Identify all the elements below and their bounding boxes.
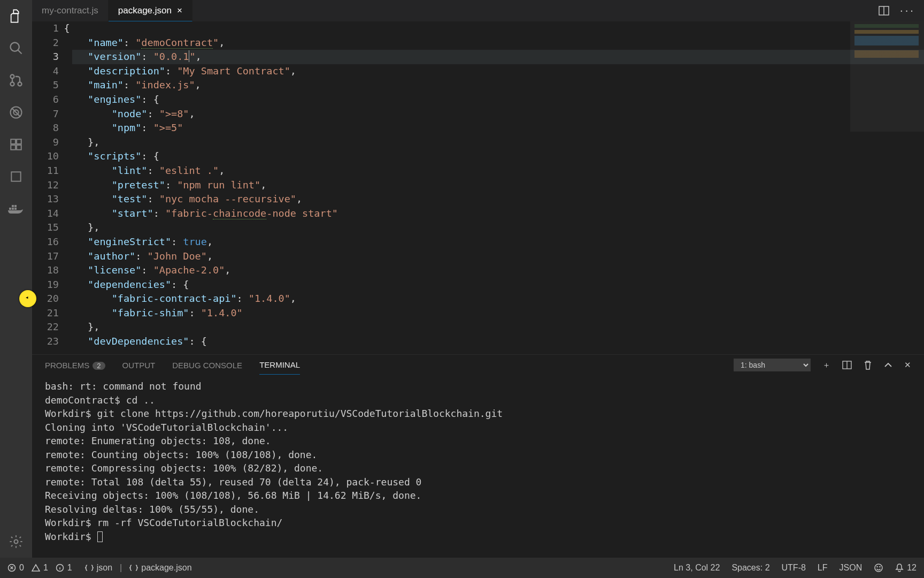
code-line[interactable]: "name": "demoContract", (72, 36, 924, 50)
code-line[interactable]: "pretest": "npm run lint", (72, 178, 924, 193)
code-line[interactable]: "author": "John Doe", (72, 249, 924, 264)
svg-point-0 (11, 43, 19, 51)
svg-rect-7 (17, 139, 21, 144)
tab-my-contract[interactable]: my-contract.js (32, 0, 109, 21)
tab-package-json[interactable]: package.json× (109, 0, 192, 21)
code-line[interactable]: "lint": "eslint .", (72, 164, 924, 178)
status-indentation[interactable]: Spaces: 2 (732, 563, 769, 573)
code-line[interactable]: "devDependencies": { (72, 334, 924, 349)
svg-rect-6 (11, 139, 16, 144)
code-line[interactable]: "dependencies": { (72, 278, 924, 292)
code-line[interactable]: "test": "nyc mocha --recursive", (72, 192, 924, 207)
svg-rect-14 (12, 205, 14, 207)
settings-gear-icon[interactable] (0, 526, 32, 558)
terminal-selector[interactable]: 1: bash (734, 359, 811, 371)
code-editor[interactable]: 1234567891011121314151617181920212223 { … (32, 21, 924, 354)
split-editor-icon[interactable] (879, 6, 889, 16)
code-line[interactable]: "main": "index.js", (72, 78, 924, 93)
source-control-icon[interactable] (0, 64, 32, 96)
status-cursor-position[interactable]: Ln 3, Col 22 (674, 563, 720, 573)
tab-label: my-contract.js (42, 5, 98, 16)
panel-tabs: PROBLEMS2 OUTPUT DEBUG CONSOLE TERMINAL … (32, 355, 924, 375)
svg-rect-12 (12, 208, 14, 210)
docker-icon[interactable] (0, 193, 32, 225)
feedback-icon[interactable] (874, 563, 883, 573)
svg-point-3 (11, 82, 14, 86)
tab-debug-console[interactable]: DEBUG CONSOLE (172, 356, 242, 375)
code-content[interactable]: { "name": "demoContract", "version": "0.… (72, 21, 924, 349)
status-lang-json[interactable]: json (85, 563, 112, 573)
kill-terminal-icon[interactable] (864, 360, 872, 370)
code-line[interactable]: "fabric-shim": "1.4.0" (72, 306, 924, 321)
debug-icon[interactable] (0, 96, 32, 128)
blockchain-icon[interactable] (0, 161, 32, 193)
tab-output[interactable]: OUTPUT (122, 356, 156, 375)
tab-actions: ··· (869, 0, 924, 21)
svg-point-1 (11, 75, 14, 79)
close-panel-icon[interactable]: ✕ (904, 360, 911, 370)
svg-point-2 (18, 82, 22, 86)
maximize-panel-icon[interactable] (884, 362, 892, 368)
svg-rect-15 (14, 205, 17, 207)
code-line[interactable]: "scripts": { (72, 149, 924, 164)
split-terminal-icon[interactable] (842, 361, 852, 369)
code-line[interactable]: "engineStrict": true, (72, 235, 924, 249)
status-filename[interactable]: package.json (129, 563, 191, 573)
code-line[interactable]: "version": "0.0.1", (72, 50, 924, 64)
code-line[interactable]: "start": "fabric-chaincode-node start" (72, 207, 924, 221)
code-line[interactable]: }, (72, 135, 924, 150)
extensions-icon[interactable] (0, 128, 32, 161)
status-eol[interactable]: LF (818, 563, 828, 573)
svg-rect-11 (9, 208, 11, 210)
code-line[interactable]: "description": "My Smart Contract", (72, 64, 924, 79)
more-icon[interactable]: ··· (899, 6, 914, 16)
tab-problems[interactable]: PROBLEMS2 (45, 356, 105, 375)
svg-point-22 (877, 567, 877, 567)
status-bar: 0 1 1 json | package.json Ln 3, Col 22 S… (0, 558, 924, 578)
svg-rect-13 (14, 208, 17, 210)
code-line[interactable]: "node": ">=8", (72, 107, 924, 121)
status-info[interactable]: 1 (56, 563, 72, 573)
new-terminal-icon[interactable]: ＋ (822, 360, 830, 370)
code-line[interactable]: "license": "Apache-2.0", (72, 263, 924, 278)
status-encoding[interactable]: UTF-8 (782, 563, 806, 573)
close-icon[interactable]: × (177, 5, 182, 16)
svg-point-16 (14, 540, 18, 544)
tab-label: package.json (118, 5, 172, 16)
activity-bar (0, 0, 32, 558)
explorer-icon[interactable] (0, 0, 32, 32)
panel: PROBLEMS2 OUTPUT DEBUG CONSOLE TERMINAL … (32, 354, 924, 558)
problems-count-badge: 2 (93, 362, 105, 370)
svg-point-23 (880, 567, 880, 567)
status-warnings[interactable]: 1 (32, 563, 48, 573)
minimap[interactable] (854, 24, 919, 72)
terminal-output[interactable]: bash: rt: command not founddemoContract$… (32, 375, 924, 543)
search-icon[interactable] (0, 32, 32, 64)
code-line[interactable]: }, (72, 320, 924, 334)
svg-rect-10 (11, 172, 20, 181)
code-line[interactable]: "fabric-contract-api": "1.4.0", (72, 292, 924, 306)
svg-rect-9 (17, 145, 21, 150)
cursor-highlight (19, 290, 36, 307)
status-errors[interactable]: 0 (7, 563, 24, 573)
svg-rect-8 (11, 145, 16, 150)
tab-terminal[interactable]: TERMINAL (259, 355, 300, 375)
code-line[interactable]: "engines": { (72, 93, 924, 107)
tab-bar: my-contract.js package.json× ··· (32, 0, 924, 21)
status-language-mode[interactable]: JSON (840, 563, 863, 573)
code-line[interactable]: }, (72, 220, 924, 235)
notifications-icon[interactable]: 12 (895, 563, 917, 573)
code-line[interactable]: "npm": ">=5" (72, 121, 924, 135)
code-line[interactable]: { (72, 21, 924, 36)
svg-point-21 (875, 564, 882, 572)
